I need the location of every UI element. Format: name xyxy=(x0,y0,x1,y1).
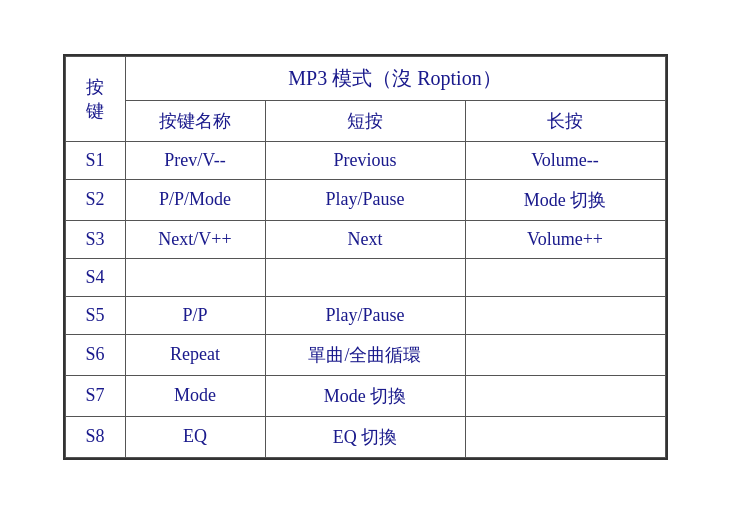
title-cell: MP3 模式（沒 Roption） xyxy=(125,56,665,100)
cell-short-press: Play/Pause xyxy=(265,179,465,220)
cell-key: S3 xyxy=(65,220,125,258)
cell-name: Mode xyxy=(125,375,265,416)
cell-key: S8 xyxy=(65,416,125,457)
cell-short-press xyxy=(265,258,465,296)
cell-key: S5 xyxy=(65,296,125,334)
cell-name: Next/V++ xyxy=(125,220,265,258)
main-table-container: 按键 MP3 模式（沒 Roption） 按键名称 短按 长按 S1Prev/V… xyxy=(63,54,668,460)
table-row: S5P/PPlay/Pause xyxy=(65,296,665,334)
header-row-title: 按键 MP3 模式（沒 Roption） xyxy=(65,56,665,100)
header-row-sub: 按键名称 短按 长按 xyxy=(65,100,665,141)
cell-long-press xyxy=(465,296,665,334)
cell-name: EQ xyxy=(125,416,265,457)
cell-long-press xyxy=(465,416,665,457)
table-row: S7ModeMode 切換 xyxy=(65,375,665,416)
mp3-mode-table: 按键 MP3 模式（沒 Roption） 按键名称 短按 长按 S1Prev/V… xyxy=(65,56,666,458)
cell-name: P/P/Mode xyxy=(125,179,265,220)
cell-long-press xyxy=(465,334,665,375)
cell-long-press xyxy=(465,258,665,296)
table-row: S6Repeat單曲/全曲循環 xyxy=(65,334,665,375)
cell-short-press: EQ 切換 xyxy=(265,416,465,457)
cell-short-press: 單曲/全曲循環 xyxy=(265,334,465,375)
cell-short-press: Mode 切換 xyxy=(265,375,465,416)
table-row: S2P/P/ModePlay/PauseMode 切换 xyxy=(65,179,665,220)
table-row: S4 xyxy=(65,258,665,296)
key-header-cell: 按键 xyxy=(65,56,125,141)
cell-short-press: Next xyxy=(265,220,465,258)
cell-key: S7 xyxy=(65,375,125,416)
cell-key: S4 xyxy=(65,258,125,296)
key-header-label: 按键 xyxy=(86,77,104,121)
cell-name xyxy=(125,258,265,296)
col-name-header: 按键名称 xyxy=(125,100,265,141)
cell-long-press: Mode 切换 xyxy=(465,179,665,220)
table-row: S1Prev/V--PreviousVolume-- xyxy=(65,141,665,179)
cell-long-press xyxy=(465,375,665,416)
cell-long-press: Volume-- xyxy=(465,141,665,179)
table-body: S1Prev/V--PreviousVolume--S2P/P/ModePlay… xyxy=(65,141,665,457)
table-title: MP3 模式（沒 Roption） xyxy=(288,67,501,89)
cell-short-press: Previous xyxy=(265,141,465,179)
col-short-header: 短按 xyxy=(265,100,465,141)
col-long-header: 长按 xyxy=(465,100,665,141)
table-row: S8EQEQ 切換 xyxy=(65,416,665,457)
table-row: S3Next/V++NextVolume++ xyxy=(65,220,665,258)
cell-long-press: Volume++ xyxy=(465,220,665,258)
cell-short-press: Play/Pause xyxy=(265,296,465,334)
cell-key: S1 xyxy=(65,141,125,179)
cell-key: S6 xyxy=(65,334,125,375)
cell-name: Prev/V-- xyxy=(125,141,265,179)
cell-name: Repeat xyxy=(125,334,265,375)
cell-name: P/P xyxy=(125,296,265,334)
cell-key: S2 xyxy=(65,179,125,220)
